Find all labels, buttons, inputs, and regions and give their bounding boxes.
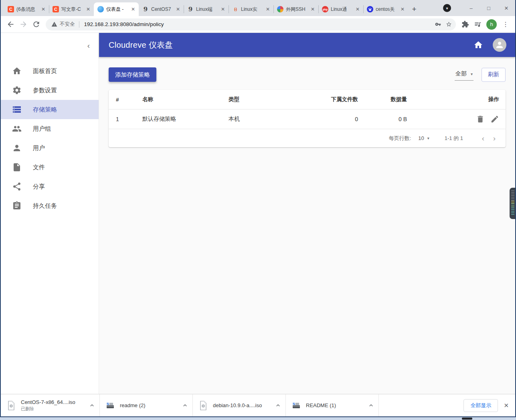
not-secure-warning-icon <box>51 21 57 27</box>
tab-csdn-write[interactable]: C 写文章-C ✕ <box>49 2 94 16</box>
rows-per-page-label: 每页行数: <box>389 135 411 142</box>
download-item-readme2[interactable]: readme (2) <box>100 394 193 416</box>
sidebar-item-groups[interactable]: 用户组 <box>1 119 99 138</box>
chevron-down-icon: ▾ <box>427 136 429 140</box>
maximize-button[interactable]: □ <box>480 0 498 16</box>
browser-profile-avatar[interactable]: h <box>486 19 497 30</box>
chevron-up-icon[interactable] <box>366 402 375 409</box>
extensions-puzzle-icon[interactable] <box>461 20 469 28</box>
file-icon <box>12 162 22 172</box>
password-key-icon[interactable] <box>435 21 441 27</box>
rainbow-favicon <box>277 6 283 12</box>
tab-close-icon[interactable]: ✕ <box>399 6 406 12</box>
playlist-extension-icon[interactable] <box>474 20 482 28</box>
browser-menu-icon[interactable]: ⋮ <box>502 20 510 28</box>
window-controls: ▾ – □ ✕ <box>443 0 515 16</box>
col-header-index: # <box>116 97 142 103</box>
person-icon <box>12 143 22 153</box>
tab-close-icon[interactable]: ✕ <box>130 6 136 12</box>
refresh-icon[interactable] <box>30 18 42 31</box>
bookmark-star-icon[interactable] <box>446 21 452 27</box>
sidebar-item-tasks[interactable]: 持久任务 <box>1 196 99 215</box>
next-page-icon[interactable]: › <box>489 134 500 143</box>
edit-icon[interactable] <box>490 115 499 124</box>
sidebar-item-label: 分享 <box>33 183 45 191</box>
cell-size: 0 B <box>358 116 407 122</box>
tab-strip: C (6条消息 ✕ C 写文章-C ✕ 仪表盘 - ✕ 9 CentOS7 ✕ … <box>1 0 515 16</box>
url-text[interactable]: 192.168.2.193:8080/admin/policy <box>84 21 435 27</box>
sidebar-item-dashboard[interactable]: 面板首页 <box>1 61 99 81</box>
rows-per-page-select[interactable]: 10 ▾ <box>418 135 429 141</box>
forward-icon[interactable] <box>17 18 30 31</box>
tab-title: 写文章-C <box>61 6 85 13</box>
tab-baidu-centos[interactable]: centos关 ✕ <box>363 2 408 16</box>
tab-title: centos关 <box>376 6 399 13</box>
tab-close-icon[interactable]: ✕ <box>85 6 91 12</box>
sidebar-item-shares[interactable]: 分享 <box>1 177 99 196</box>
delete-icon[interactable] <box>476 115 485 124</box>
sidebar-item-settings[interactable]: 参数设置 <box>1 81 99 100</box>
tab-linux-port[interactable]: 9 Linux端 ✕ <box>184 2 229 16</box>
download-filename: readme (2) <box>120 402 180 408</box>
col-header-files: 下属文件数 <box>313 96 358 103</box>
tab-cloudreve-dashboard-active[interactable]: 仪表盘 - ✕ <box>94 2 139 16</box>
new-tab-button[interactable]: + <box>408 2 420 16</box>
tab-title: 仪表盘 - <box>106 6 130 13</box>
cell-index: 1 <box>116 116 142 122</box>
tab-ssh[interactable]: 外网SSH ✕ <box>273 2 318 16</box>
collapse-sidebar-icon[interactable]: ‹ <box>87 41 90 50</box>
sidebar-item-files[interactable]: 文件 <box>1 158 99 177</box>
address-bar[interactable]: 不安全 192.168.2.193:8080/admin/policy <box>46 18 456 30</box>
user-avatar[interactable] <box>493 38 506 52</box>
back-icon[interactable] <box>4 18 17 31</box>
security-label[interactable]: 不安全 <box>60 21 75 28</box>
blog-favicon: 9 <box>187 6 194 12</box>
docked-side-widget[interactable] <box>510 188 515 219</box>
minimize-button[interactable]: – <box>462 0 480 16</box>
tab-centos[interactable]: 9 CentOS7 ✕ <box>139 2 184 16</box>
sidebar-item-storage-policy[interactable]: 存储策略 <box>1 100 99 119</box>
home-button-icon[interactable] <box>474 40 483 50</box>
toolbar-extensions: h ⋮ <box>461 19 510 30</box>
cell-type: 本机 <box>229 116 313 123</box>
col-header-actions: 操作 <box>407 96 506 103</box>
cell-files: 0 <box>313 116 358 122</box>
browser-update-icon[interactable]: ▾ <box>443 4 451 12</box>
col-header-size: 数据量 <box>358 96 407 103</box>
tab-close-icon[interactable]: ✕ <box>40 6 47 12</box>
sidebar: ‹ 面板首页 参数设置 存储策略 <box>1 33 99 394</box>
add-storage-policy-button[interactable]: 添加存储策略 <box>109 67 156 82</box>
refresh-button[interactable]: 刷新 <box>482 68 506 82</box>
tab-close-icon[interactable]: ✕ <box>175 6 181 12</box>
tab-csdn-messages[interactable]: C (6条消息 ✕ <box>4 2 49 16</box>
content-toolbar: 添加存储策略 全部 ▾ 刷新 <box>109 67 506 82</box>
tab-close-icon[interactable]: ✕ <box>310 6 316 12</box>
previous-page-icon[interactable]: ‹ <box>478 134 489 143</box>
tab-close-icon[interactable]: ✕ <box>354 6 361 12</box>
download-item-readme1[interactable]: README (1) <box>286 394 379 416</box>
tab-linux-tong[interactable]: php Linux通 ✕ <box>318 2 363 16</box>
chevron-up-icon[interactable] <box>87 402 96 409</box>
col-header-name: 名称 <box>142 96 229 103</box>
download-filename: README (1) <box>306 402 366 408</box>
tab-close-icon[interactable]: ✕ <box>265 6 271 12</box>
download-item-centos-iso[interactable]: CentOS-7-x86_64....iso 已删除 <box>1 394 100 416</box>
chevron-up-icon[interactable] <box>273 402 282 409</box>
sidebar-menu: 面板首页 参数设置 存储策略 用户组 <box>1 58 99 215</box>
home-icon <box>12 66 22 76</box>
chevron-up-icon[interactable] <box>180 402 189 409</box>
cloudreve-app: ‹ 面板首页 参数设置 存储策略 <box>1 33 515 394</box>
tab-linux-shi[interactable]: (-) Linux实 ✕ <box>229 2 273 16</box>
tab-close-icon[interactable]: ✕ <box>220 6 226 12</box>
cell-name: 默认存储策略 <box>142 116 229 123</box>
sidebar-item-users[interactable]: 用户 <box>1 138 99 158</box>
widget-stripes-cyan <box>511 208 514 215</box>
policy-filter-select[interactable]: 全部 ▾ <box>455 69 474 81</box>
show-all-downloads-button[interactable]: 全部显示 <box>463 399 498 412</box>
download-item-debian-iso[interactable]: debian-10.9.0-a....iso <box>193 394 286 416</box>
person-icon <box>495 40 504 50</box>
iso-file-icon <box>6 400 16 411</box>
close-window-button[interactable]: ✕ <box>498 0 515 16</box>
sidebar-item-label: 参数设置 <box>33 87 57 94</box>
close-downloads-bar-icon[interactable]: ✕ <box>504 402 509 409</box>
